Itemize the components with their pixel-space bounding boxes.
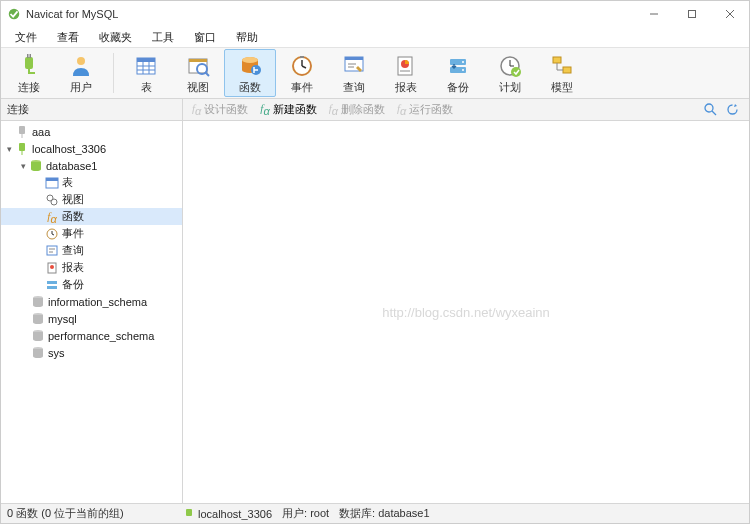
svg-rect-5 [25,57,33,69]
menu-view[interactable]: 查看 [47,28,89,47]
sec-del-label: 删除函数 [341,102,385,117]
svg-line-18 [205,72,209,76]
tb-backup[interactable]: 备份 [432,49,484,97]
close-button[interactable] [711,1,749,27]
query-icon [342,54,366,78]
sec-new-func[interactable]: fα新建函数 [255,101,321,118]
tb-user[interactable]: 用户 [55,49,107,97]
tb-model-label: 模型 [551,80,573,95]
event-icon [290,54,314,78]
plug-green-icon [15,142,29,156]
tree-db-perf[interactable]: performance_schema [1,327,182,344]
tb-table-label: 表 [141,80,152,95]
tb-report-label: 报表 [395,80,417,95]
plug-green-icon [183,508,195,520]
menu-fav[interactable]: 收藏夹 [89,28,142,47]
db-grey-icon [31,295,45,309]
minimize-button[interactable] [635,1,673,27]
user-icon [69,54,93,78]
menu-help[interactable]: 帮助 [226,28,268,47]
tree-db-info[interactable]: information_schema [1,293,182,310]
svg-point-64 [50,265,54,269]
tree-conn-aaa[interactable]: ▶aaa [1,123,182,140]
tb-model[interactable]: 模型 [536,49,588,97]
tree-queries[interactable]: 查询 [1,242,182,259]
secondary-bar: 连接 fα设计函数 fα新建函数 fα删除函数 fα运行函数 [1,99,749,121]
tb-user-label: 用户 [70,80,92,95]
tb-table[interactable]: 表 [120,49,172,97]
view-small-icon [45,193,59,207]
status-left: 0 函数 (0 位于当前的组) [7,506,183,521]
tb-event[interactable]: 事件 [276,49,328,97]
search-icon [704,103,717,116]
svg-line-47 [712,111,716,115]
search-button[interactable] [701,101,719,119]
svg-rect-10 [137,58,155,62]
svg-point-56 [51,199,57,205]
table-small-icon [45,176,59,190]
tree-views[interactable]: 视图 [1,191,182,208]
tree-backups[interactable]: 备份 [1,276,182,293]
tb-function[interactable]: 函数 [224,49,276,97]
sec-left-label: 连接 [1,99,183,120]
svg-rect-71 [186,509,192,516]
sec-del-func: fα删除函数 [324,101,390,118]
query-small-icon [45,244,59,258]
toolbar-divider [113,53,114,93]
tree-conn-localhost[interactable]: ▾localhost_3306 [1,140,182,157]
tb-connection-label: 连接 [18,80,40,95]
clock-small-icon [45,227,59,241]
db-green-icon [29,159,43,173]
menu-file[interactable]: 文件 [5,28,47,47]
svg-point-20 [242,57,258,63]
tb-report[interactable]: 报表 [380,49,432,97]
tree-reports[interactable]: 报表 [1,259,182,276]
svg-rect-42 [553,57,561,63]
db-grey-icon [31,346,45,360]
tb-function-label: 函数 [239,80,261,95]
fx-icon: fα [45,210,59,224]
plug-icon [17,54,41,78]
tree-db-mysql[interactable]: mysql [1,310,182,327]
title-text: Navicat for MySQL [26,8,118,20]
svg-rect-26 [300,56,304,58]
tb-backup-label: 备份 [447,80,469,95]
svg-rect-43 [563,67,571,73]
svg-rect-50 [19,143,25,151]
model-icon [550,54,574,78]
tree-functions[interactable]: fα函数 [1,208,182,225]
tree-events[interactable]: 事件 [1,225,182,242]
plan-icon [498,54,522,78]
db-grey-icon [31,312,45,326]
backup-icon [446,54,470,78]
watermark: http://blog.csdn.net/wyxeainn [382,305,550,320]
content-pane: http://blog.csdn.net/wyxeainn [183,121,749,503]
maximize-button[interactable] [673,1,711,27]
svg-rect-16 [189,59,207,62]
tb-connection[interactable]: 连接 [3,49,55,97]
sec-new-label: 新建函数 [273,102,317,117]
report-small-icon [45,261,59,275]
menu-tools[interactable]: 工具 [142,28,184,47]
refresh-button[interactable] [723,101,741,119]
tb-view[interactable]: 视图 [172,49,224,97]
tree-tables[interactable]: 表 [1,174,182,191]
svg-point-41 [511,67,521,77]
svg-rect-6 [27,54,29,58]
tree-db-sys[interactable]: sys [1,344,182,361]
tb-query[interactable]: 查询 [328,49,380,97]
table-icon [134,54,158,78]
tb-view-label: 视图 [187,80,209,95]
svg-point-36 [462,61,464,63]
app-icon [7,7,21,21]
connection-tree[interactable]: ▶aaa ▾localhost_3306 ▾database1 表 视图 fα函… [1,121,183,503]
svg-rect-2 [689,11,696,18]
svg-rect-7 [30,54,32,58]
menu-window[interactable]: 窗口 [184,28,226,47]
tb-plan[interactable]: 计划 [484,49,536,97]
refresh-icon [726,103,739,116]
main-area: ▶aaa ▾localhost_3306 ▾database1 表 视图 fα函… [1,121,749,503]
db-grey-icon [31,329,45,343]
tree-db-database1[interactable]: ▾database1 [1,157,182,174]
svg-rect-66 [47,286,57,289]
